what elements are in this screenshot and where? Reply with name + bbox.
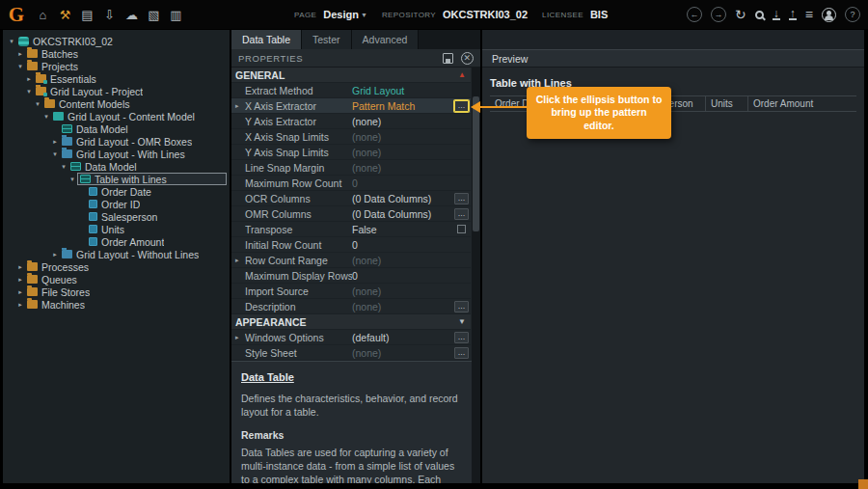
tree-item-batches[interactable]: ▸Batches: [3, 47, 230, 60]
user-icon[interactable]: [822, 8, 836, 22]
tree-item-order-date[interactable]: Order Date: [3, 185, 230, 198]
tree-item-file-stores[interactable]: ▸File Stores: [3, 285, 230, 298]
property-row-x-axis-snap-limits[interactable]: X Axis Snap Limits(none): [231, 129, 471, 145]
property-value[interactable]: (none): [352, 116, 469, 127]
tab-data-table[interactable]: Data Table: [231, 30, 302, 49]
property-value[interactable]: (none): [352, 147, 469, 158]
export-icon[interactable]: ▧: [144, 4, 164, 25]
property-value[interactable]: 0: [352, 177, 469, 189]
close-icon[interactable]: ✕: [461, 52, 474, 65]
property-value[interactable]: (none): [352, 162, 469, 174]
tree-item-grid-layout-with-lines[interactable]: ▾Grid Layout - With Lines: [3, 148, 230, 160]
tree-item-content-models[interactable]: ▾Content Models: [3, 97, 230, 110]
tree-expander-icon[interactable]: ▸: [15, 288, 25, 296]
tree-expander-icon[interactable]: ▾: [7, 38, 16, 45]
property-row-ocr-columns[interactable]: OCR Columns(0 Data Columns)...: [231, 191, 471, 206]
tree-expander-icon[interactable]: ▾: [33, 100, 42, 108]
tree-item-grid-layout-omr-boxes[interactable]: ▸Grid Layout - OMR Boxes: [3, 135, 230, 148]
back-icon[interactable]: ←: [687, 7, 702, 22]
tools-icon[interactable]: ⚒: [55, 4, 75, 25]
tree-item-grid-layout-content-model[interactable]: ▾Grid Layout - Content Model: [3, 110, 230, 122]
property-row-y-axis-snap-limits[interactable]: Y Axis Snap Limits(none): [231, 145, 471, 160]
tree-expander-icon[interactable]: ▸: [50, 251, 60, 258]
tree-expander-icon[interactable]: ▾: [59, 163, 68, 171]
help-icon[interactable]: ?: [845, 7, 860, 22]
import-icon[interactable]: ⇩: [99, 4, 120, 25]
property-row-initial-row-count[interactable]: Initial Row Count0: [231, 237, 471, 253]
tree-item-queues[interactable]: ▸Queues: [3, 273, 230, 285]
row-expander-icon[interactable]: ▸: [235, 102, 245, 110]
tree-item-okcstrki03-02[interactable]: ▾OKCSTRKI03_02: [3, 35, 230, 47]
tree-expander-icon[interactable]: ▸: [15, 50, 25, 58]
ellipsis-button[interactable]: ...: [454, 193, 469, 204]
property-value[interactable]: 0: [352, 270, 469, 282]
tree-expander-icon[interactable]: ▾: [50, 150, 60, 158]
tree-expander-icon[interactable]: ▸: [15, 301, 25, 309]
ellipsis-button[interactable]: ...: [454, 332, 469, 343]
section-collapse-icon[interactable]: ▲: [458, 70, 466, 79]
property-row-omr-columns[interactable]: OMR Columns(0 Data Columns)...: [231, 206, 471, 222]
tree-expander-icon[interactable]: ▸: [50, 138, 60, 146]
search-icon[interactable]: [755, 11, 764, 19]
row-expander-icon[interactable]: ▸: [235, 257, 245, 264]
forward-icon[interactable]: →: [711, 7, 726, 22]
tree-item-order-amount[interactable]: Order Amount: [3, 235, 230, 248]
tree-item-order-id[interactable]: Order ID: [3, 198, 230, 210]
ellipsis-button[interactable]: ...: [454, 347, 469, 359]
refresh-icon[interactable]: ↻: [735, 7, 746, 22]
ellipsis-button[interactable]: ...: [454, 100, 469, 112]
property-value[interactable]: (none): [352, 285, 469, 297]
tree-expander-icon[interactable]: ▾: [24, 88, 34, 95]
tab-tester[interactable]: Tester: [302, 30, 352, 49]
tree-item-salesperson[interactable]: Salesperson: [3, 210, 230, 223]
save-icon[interactable]: [443, 53, 453, 64]
property-value[interactable]: (none): [352, 347, 454, 359]
batches-icon[interactable]: ▤: [77, 4, 97, 25]
row-expander-icon[interactable]: ▸: [235, 334, 245, 341]
ellipsis-button[interactable]: ...: [454, 208, 469, 220]
tree-item-projects[interactable]: ▾Projects: [3, 60, 230, 72]
tree-expander-icon[interactable]: ▸: [15, 276, 25, 284]
property-row-row-count-range[interactable]: ▸Row Count Range(none): [231, 253, 471, 268]
tree-expander-icon[interactable]: ▾: [68, 176, 77, 183]
scrollbar-thumb[interactable]: [473, 96, 479, 231]
property-value[interactable]: 0: [352, 239, 469, 251]
tree-expander-icon[interactable]: ▾: [15, 63, 25, 70]
property-row-import-source[interactable]: Import Source(none): [231, 284, 471, 299]
tree-item-processes[interactable]: ▸Processes: [3, 260, 230, 273]
property-row-windows-options[interactable]: ▸Windows Options(default)...: [231, 330, 471, 345]
checkbox[interactable]: [457, 225, 466, 233]
stack-icon[interactable]: ≡: [805, 7, 813, 22]
property-row-maximum-display-rows[interactable]: Maximum Display Rows0: [231, 268, 471, 284]
tree-item-data-model[interactable]: ▾Data Model: [3, 160, 230, 173]
tree-expander-icon[interactable]: ▸: [15, 263, 25, 271]
tree-item-grid-layout-project[interactable]: ▾Grid Layout - Project: [3, 85, 230, 97]
tree-item-machines[interactable]: ▸Machines: [3, 298, 230, 311]
property-value[interactable]: (none): [352, 255, 469, 266]
tree-expander-icon[interactable]: ▾: [41, 113, 51, 121]
property-value[interactable]: Pattern Match: [352, 100, 454, 112]
stats-icon[interactable]: ▥: [166, 4, 186, 25]
property-row-x-axis-extractor[interactable]: ▸X Axis ExtractorPattern Match...: [231, 98, 471, 114]
tree-item-essentials[interactable]: ▸Essentials: [3, 72, 230, 85]
property-row-y-axis-extractor[interactable]: Y Axis Extractor(none): [231, 114, 471, 129]
property-section-appearance[interactable]: APPEARANCE▼: [231, 314, 471, 330]
tree-expander-icon[interactable]: ▸: [24, 75, 34, 83]
ellipsis-button[interactable]: ...: [454, 301, 469, 312]
upload-icon[interactable]: ↑: [789, 9, 797, 20]
property-value[interactable]: (0 Data Columns): [352, 208, 454, 220]
page-selector[interactable]: Design ▼: [323, 9, 367, 20]
property-value[interactable]: False: [352, 224, 457, 235]
property-value[interactable]: (0 Data Columns): [352, 193, 454, 204]
tree-item-table-with-lines[interactable]: ▾Table with Lines: [3, 173, 230, 185]
tree-item-units[interactable]: Units: [3, 223, 230, 235]
tab-advanced[interactable]: Advanced: [352, 30, 420, 49]
tree-item-data-model[interactable]: Data Model: [3, 122, 230, 135]
property-row-description[interactable]: Description(none)...: [231, 299, 471, 314]
property-value[interactable]: (default): [352, 332, 454, 343]
property-value[interactable]: (none): [352, 131, 469, 143]
property-row-extract-method[interactable]: Extract MethodGrid Layout: [231, 83, 471, 98]
property-value[interactable]: (none): [352, 301, 454, 312]
download-icon[interactable]: ↓: [773, 9, 780, 20]
property-row-line-snap-margin[interactable]: Line Snap Margin(none): [231, 160, 471, 176]
